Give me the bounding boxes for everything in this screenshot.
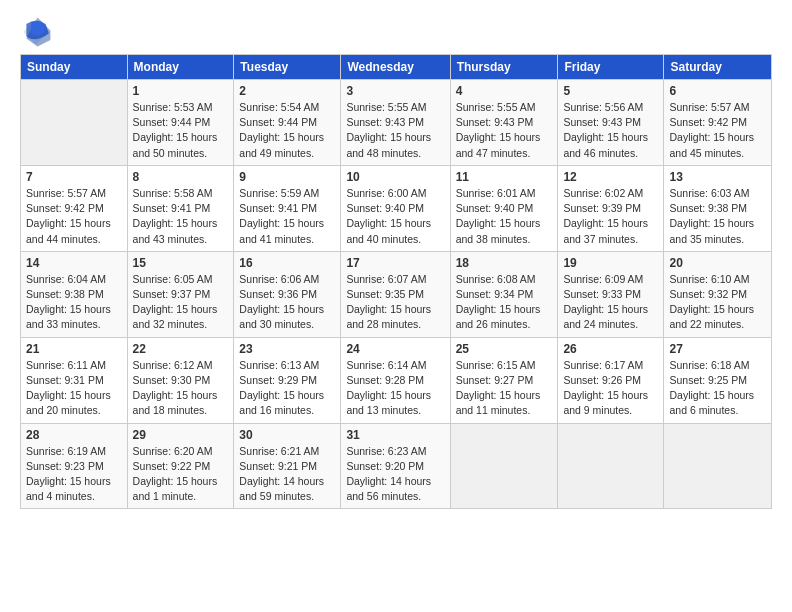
day-info: Sunrise: 5:55 AMSunset: 9:43 PMDaylight:… [456, 100, 553, 161]
header-cell-thursday: Thursday [450, 55, 558, 80]
day-info: Sunrise: 6:23 AMSunset: 9:20 PMDaylight:… [346, 444, 444, 505]
page: SundayMondayTuesdayWednesdayThursdayFrid… [0, 0, 792, 612]
calendar-cell: 2Sunrise: 5:54 AMSunset: 9:44 PMDaylight… [234, 80, 341, 166]
calendar-cell: 30Sunrise: 6:21 AMSunset: 9:21 PMDayligh… [234, 423, 341, 509]
day-info: Sunrise: 6:13 AMSunset: 9:29 PMDaylight:… [239, 358, 335, 419]
day-number: 2 [239, 84, 335, 98]
day-info: Sunrise: 5:56 AMSunset: 9:43 PMDaylight:… [563, 100, 658, 161]
day-number: 13 [669, 170, 766, 184]
day-info: Sunrise: 6:20 AMSunset: 9:22 PMDaylight:… [133, 444, 229, 505]
logo-icon [20, 16, 52, 48]
day-info: Sunrise: 6:18 AMSunset: 9:25 PMDaylight:… [669, 358, 766, 419]
calendar-cell: 19Sunrise: 6:09 AMSunset: 9:33 PMDayligh… [558, 251, 664, 337]
day-number: 15 [133, 256, 229, 270]
day-info: Sunrise: 6:06 AMSunset: 9:36 PMDaylight:… [239, 272, 335, 333]
day-number: 29 [133, 428, 229, 442]
day-number: 31 [346, 428, 444, 442]
calendar-cell: 22Sunrise: 6:12 AMSunset: 9:30 PMDayligh… [127, 337, 234, 423]
day-number: 21 [26, 342, 122, 356]
day-info: Sunrise: 6:14 AMSunset: 9:28 PMDaylight:… [346, 358, 444, 419]
calendar-cell: 16Sunrise: 6:06 AMSunset: 9:36 PMDayligh… [234, 251, 341, 337]
header-cell-sunday: Sunday [21, 55, 128, 80]
calendar-cell: 3Sunrise: 5:55 AMSunset: 9:43 PMDaylight… [341, 80, 450, 166]
day-number: 27 [669, 342, 766, 356]
day-info: Sunrise: 6:12 AMSunset: 9:30 PMDaylight:… [133, 358, 229, 419]
day-info: Sunrise: 6:01 AMSunset: 9:40 PMDaylight:… [456, 186, 553, 247]
day-info: Sunrise: 6:11 AMSunset: 9:31 PMDaylight:… [26, 358, 122, 419]
logo[interactable] [20, 16, 56, 48]
day-number: 6 [669, 84, 766, 98]
day-info: Sunrise: 5:54 AMSunset: 9:44 PMDaylight:… [239, 100, 335, 161]
day-info: Sunrise: 5:53 AMSunset: 9:44 PMDaylight:… [133, 100, 229, 161]
day-number: 9 [239, 170, 335, 184]
day-number: 24 [346, 342, 444, 356]
week-row-4: 28Sunrise: 6:19 AMSunset: 9:23 PMDayligh… [21, 423, 772, 509]
calendar-cell: 1Sunrise: 5:53 AMSunset: 9:44 PMDaylight… [127, 80, 234, 166]
calendar-table: SundayMondayTuesdayWednesdayThursdayFrid… [20, 54, 772, 509]
calendar-header: SundayMondayTuesdayWednesdayThursdayFrid… [21, 55, 772, 80]
header [20, 16, 772, 48]
week-row-3: 21Sunrise: 6:11 AMSunset: 9:31 PMDayligh… [21, 337, 772, 423]
day-info: Sunrise: 6:21 AMSunset: 9:21 PMDaylight:… [239, 444, 335, 505]
calendar-cell: 23Sunrise: 6:13 AMSunset: 9:29 PMDayligh… [234, 337, 341, 423]
calendar-cell: 31Sunrise: 6:23 AMSunset: 9:20 PMDayligh… [341, 423, 450, 509]
day-number: 12 [563, 170, 658, 184]
day-number: 1 [133, 84, 229, 98]
day-number: 10 [346, 170, 444, 184]
day-info: Sunrise: 6:03 AMSunset: 9:38 PMDaylight:… [669, 186, 766, 247]
header-cell-monday: Monday [127, 55, 234, 80]
week-row-0: 1Sunrise: 5:53 AMSunset: 9:44 PMDaylight… [21, 80, 772, 166]
calendar-cell: 24Sunrise: 6:14 AMSunset: 9:28 PMDayligh… [341, 337, 450, 423]
day-number: 20 [669, 256, 766, 270]
day-info: Sunrise: 5:57 AMSunset: 9:42 PMDaylight:… [26, 186, 122, 247]
calendar-cell: 15Sunrise: 6:05 AMSunset: 9:37 PMDayligh… [127, 251, 234, 337]
day-info: Sunrise: 5:57 AMSunset: 9:42 PMDaylight:… [669, 100, 766, 161]
day-number: 30 [239, 428, 335, 442]
day-info: Sunrise: 6:10 AMSunset: 9:32 PMDaylight:… [669, 272, 766, 333]
header-row: SundayMondayTuesdayWednesdayThursdayFrid… [21, 55, 772, 80]
calendar-cell [558, 423, 664, 509]
day-number: 25 [456, 342, 553, 356]
header-cell-friday: Friday [558, 55, 664, 80]
day-info: Sunrise: 6:02 AMSunset: 9:39 PMDaylight:… [563, 186, 658, 247]
calendar-cell: 7Sunrise: 5:57 AMSunset: 9:42 PMDaylight… [21, 165, 128, 251]
day-info: Sunrise: 6:00 AMSunset: 9:40 PMDaylight:… [346, 186, 444, 247]
day-info: Sunrise: 6:19 AMSunset: 9:23 PMDaylight:… [26, 444, 122, 505]
week-row-2: 14Sunrise: 6:04 AMSunset: 9:38 PMDayligh… [21, 251, 772, 337]
week-row-1: 7Sunrise: 5:57 AMSunset: 9:42 PMDaylight… [21, 165, 772, 251]
day-number: 8 [133, 170, 229, 184]
calendar-cell: 12Sunrise: 6:02 AMSunset: 9:39 PMDayligh… [558, 165, 664, 251]
day-info: Sunrise: 6:07 AMSunset: 9:35 PMDaylight:… [346, 272, 444, 333]
day-info: Sunrise: 5:58 AMSunset: 9:41 PMDaylight:… [133, 186, 229, 247]
calendar-cell [21, 80, 128, 166]
calendar-cell: 17Sunrise: 6:07 AMSunset: 9:35 PMDayligh… [341, 251, 450, 337]
day-number: 22 [133, 342, 229, 356]
calendar-cell: 28Sunrise: 6:19 AMSunset: 9:23 PMDayligh… [21, 423, 128, 509]
day-info: Sunrise: 6:05 AMSunset: 9:37 PMDaylight:… [133, 272, 229, 333]
day-info: Sunrise: 5:55 AMSunset: 9:43 PMDaylight:… [346, 100, 444, 161]
day-number: 4 [456, 84, 553, 98]
day-number: 23 [239, 342, 335, 356]
day-number: 18 [456, 256, 553, 270]
day-number: 28 [26, 428, 122, 442]
day-number: 7 [26, 170, 122, 184]
day-number: 26 [563, 342, 658, 356]
calendar-cell [450, 423, 558, 509]
day-number: 11 [456, 170, 553, 184]
day-info: Sunrise: 6:15 AMSunset: 9:27 PMDaylight:… [456, 358, 553, 419]
calendar-body: 1Sunrise: 5:53 AMSunset: 9:44 PMDaylight… [21, 80, 772, 509]
calendar-cell: 21Sunrise: 6:11 AMSunset: 9:31 PMDayligh… [21, 337, 128, 423]
day-info: Sunrise: 6:04 AMSunset: 9:38 PMDaylight:… [26, 272, 122, 333]
day-info: Sunrise: 6:17 AMSunset: 9:26 PMDaylight:… [563, 358, 658, 419]
calendar-cell: 9Sunrise: 5:59 AMSunset: 9:41 PMDaylight… [234, 165, 341, 251]
day-info: Sunrise: 6:08 AMSunset: 9:34 PMDaylight:… [456, 272, 553, 333]
header-cell-saturday: Saturday [664, 55, 772, 80]
calendar-cell: 11Sunrise: 6:01 AMSunset: 9:40 PMDayligh… [450, 165, 558, 251]
calendar-cell: 5Sunrise: 5:56 AMSunset: 9:43 PMDaylight… [558, 80, 664, 166]
calendar-cell [664, 423, 772, 509]
calendar-cell: 27Sunrise: 6:18 AMSunset: 9:25 PMDayligh… [664, 337, 772, 423]
calendar-cell: 4Sunrise: 5:55 AMSunset: 9:43 PMDaylight… [450, 80, 558, 166]
calendar-cell: 25Sunrise: 6:15 AMSunset: 9:27 PMDayligh… [450, 337, 558, 423]
header-cell-wednesday: Wednesday [341, 55, 450, 80]
calendar-cell: 8Sunrise: 5:58 AMSunset: 9:41 PMDaylight… [127, 165, 234, 251]
